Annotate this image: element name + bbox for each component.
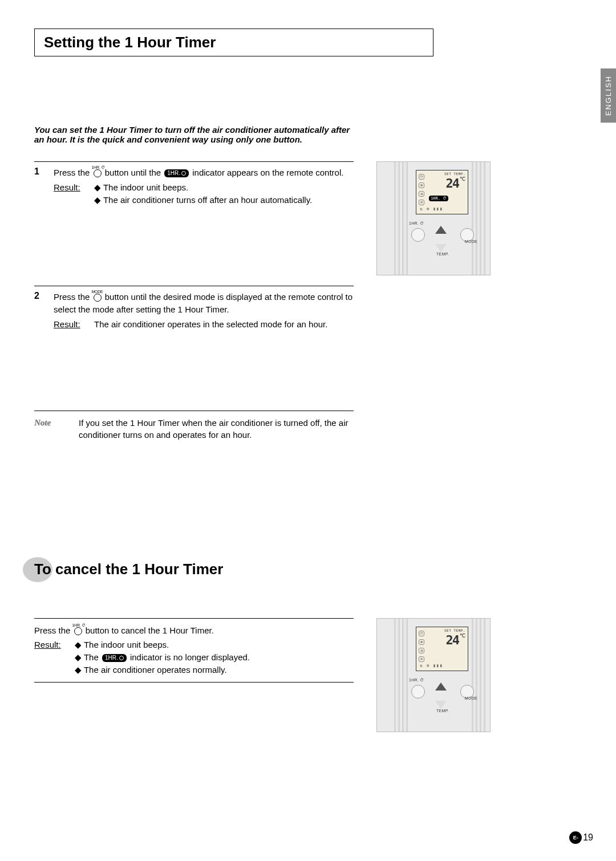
bullet: The 1HR. indicator is no longer displaye… xyxy=(75,651,354,664)
text-fragment: indicator appears on the remote control. xyxy=(192,168,343,177)
temp-unit: ℃ xyxy=(460,176,464,182)
clock-icon xyxy=(181,171,186,176)
remote-lcd: SET TEMP. 24℃ ⟳✽◑❄ ⇅ ❄ ▮▮▮ xyxy=(416,627,468,671)
timer-button-icon: 1HR. ⏱ xyxy=(74,627,82,635)
step-number: 1 xyxy=(34,166,44,206)
badge-text: 1HR. xyxy=(167,170,180,176)
remote-illustration-set: SET TEMP. 24℃ ⟳✽◑❄ 1HR. ⏱ ⇅ ❄ ▮▮▮ 1HR. ⏱… xyxy=(376,161,491,275)
bullet: The indoor unit beeps. xyxy=(94,181,354,194)
page-prefix: E- xyxy=(569,831,582,844)
step-1: 1 Press the 1HR. ⏱ button until the 1HR.… xyxy=(34,161,354,206)
text-fragment: button to cancel the 1 Hour Timer. xyxy=(86,626,214,635)
fan-icons: ⇅ ❄ ▮▮▮ xyxy=(420,663,443,668)
hr-badge-on-lcd: 1HR. ⏱ xyxy=(429,196,448,201)
text-fragment: The xyxy=(84,652,101,662)
page-number: E- 19 xyxy=(569,831,593,844)
cancel-section-title: To cancel the 1 Hour Timer xyxy=(34,561,582,578)
step2-text: Press the MODE button until the desired … xyxy=(54,292,352,314)
result-label: Result: xyxy=(54,318,85,331)
timer-button-icon: 1HR. ⏱ xyxy=(94,169,102,177)
text-fragment: Press the xyxy=(54,168,92,177)
step-number: 2 xyxy=(34,291,44,330)
fan-icons: ⇅ ❄ ▮▮▮ xyxy=(420,206,443,212)
temp-unit: ℃ xyxy=(460,633,464,639)
hr-indicator-badge: 1HR. xyxy=(164,169,189,177)
bullet: The air conditioner operates normally. xyxy=(75,664,354,676)
result-text: The air conditioner operates in the sele… xyxy=(94,318,354,331)
mode-button-icon: MODE xyxy=(94,294,102,302)
mode-icons: ⟳✽◑❄ xyxy=(419,174,424,205)
page-title: Setting the 1 Hour Timer xyxy=(44,34,424,51)
temp-up-arrow xyxy=(435,683,447,691)
temp-value: 24 xyxy=(446,633,459,647)
step-2: 2 Press the MODE button until the desire… xyxy=(34,286,354,330)
result-bullets: The indoor unit beeps. The 1HR. indicato… xyxy=(75,639,354,676)
intro-text: You can set the 1 Hour Timer to turn off… xyxy=(34,125,354,144)
badge-text: 1HR. xyxy=(105,655,118,661)
temp-down-arrow xyxy=(435,701,447,709)
note-label: Note xyxy=(34,417,63,441)
result-label: Result: xyxy=(54,181,85,206)
temp-down-arrow xyxy=(435,244,447,252)
note-text: If you set the 1 Hour Timer when the air… xyxy=(79,417,354,441)
hr-button-label: 1HR. ⏱ xyxy=(409,678,424,682)
text-fragment: button until the xyxy=(105,168,164,177)
mode-button-label: MODE xyxy=(465,239,477,243)
hr-indicator-badge: 1HR. xyxy=(102,654,127,662)
text-fragment: indicator is no longer displayed. xyxy=(128,652,250,662)
result-label: Result: xyxy=(34,639,66,676)
bullet: The indoor unit beeps. xyxy=(75,639,354,651)
cancel-text: Press the 1HR. ⏱ button to cancel the 1 … xyxy=(34,626,214,635)
remote-illustration-cancel: SET TEMP. 24℃ ⟳✽◑❄ ⇅ ❄ ▮▮▮ 1HR. ⏱ MODE T… xyxy=(376,618,491,732)
temp-display: 24℃ xyxy=(446,176,465,190)
result-bullets: The indoor unit beeps. The air condition… xyxy=(94,181,354,206)
button-label: 1HR. ⏱ xyxy=(92,165,105,170)
remote-lcd: SET TEMP. 24℃ ⟳✽◑❄ 1HR. ⏱ ⇅ ❄ ▮▮▮ xyxy=(416,170,468,214)
temp-up-arrow xyxy=(435,226,447,234)
hr-button-label: 1HR. ⏱ xyxy=(409,221,424,225)
button-label: 1HR. ⏱ xyxy=(72,623,86,628)
bullet: The air conditioner turns off after an h… xyxy=(94,194,354,206)
clock-icon xyxy=(119,656,124,660)
temp-button-label: TEMP. xyxy=(436,252,449,256)
cancel-block: Press the 1HR. ⏱ button to cancel the 1 … xyxy=(34,618,354,676)
temp-display: 24℃ xyxy=(446,633,465,647)
temp-button-label: TEMP. xyxy=(436,709,449,713)
language-tab: ENGLISH xyxy=(601,68,616,123)
step1-text: Press the 1HR. ⏱ button until the 1HR. i… xyxy=(54,168,343,177)
button-label: MODE xyxy=(92,289,103,295)
mode-icons: ⟳✽◑❄ xyxy=(419,631,424,662)
page-num-value: 19 xyxy=(583,832,593,843)
text-fragment: Press the xyxy=(34,626,73,635)
hr-button xyxy=(411,228,425,242)
hr-button xyxy=(411,685,425,698)
rule xyxy=(34,682,354,683)
mode-button-label: MODE xyxy=(465,696,477,700)
text-fragment: Press the xyxy=(54,292,92,302)
temp-value: 24 xyxy=(446,176,459,190)
title-box: Setting the 1 Hour Timer xyxy=(34,29,433,56)
note-block: Note If you set the 1 Hour Timer when th… xyxy=(34,411,354,441)
